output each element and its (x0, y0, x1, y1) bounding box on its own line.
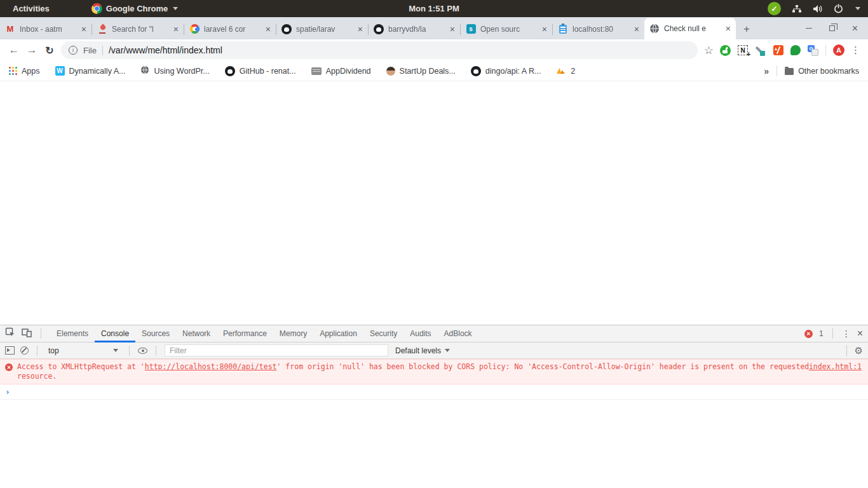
tab-security[interactable]: Security (363, 325, 403, 342)
tab-elements[interactable]: Elements (50, 325, 95, 342)
devtools-tab-bar: Elements Console Sources Network Perform… (0, 325, 868, 342)
tab-audits[interactable]: Audits (403, 325, 437, 342)
error-count-icon[interactable]: ✕ (804, 330, 813, 338)
tab-memory[interactable]: Memory (273, 325, 313, 342)
tab-console[interactable]: Console (95, 325, 135, 342)
green-extension-icon[interactable] (790, 45, 801, 55)
orange-extension-icon[interactable] (773, 45, 783, 55)
bookmark-star-icon[interactable]: ☆ (704, 44, 714, 57)
note-clipper-extension-icon[interactable]: N (738, 45, 748, 55)
tab-close-icon[interactable]: × (634, 25, 639, 34)
tab-separator (368, 24, 369, 35)
tab-sources[interactable]: Sources (135, 325, 176, 342)
network-icon[interactable] (792, 4, 802, 13)
devtools-close-icon[interactable]: × (857, 328, 863, 339)
url-text[interactable]: /var/www/me/html/index.html (109, 45, 222, 55)
colorpicker-extension-icon[interactable] (755, 44, 766, 56)
execution-context-selector[interactable]: top (46, 346, 121, 355)
restore-button[interactable] (829, 25, 835, 31)
divider (41, 329, 41, 339)
forward-button[interactable]: → (23, 44, 41, 57)
gmail-icon: M (5, 24, 15, 34)
desktop: Activities Google Chrome Mon 1:51 PM ✓ M… (0, 0, 868, 488)
console-sidebar-icon[interactable] (5, 346, 15, 355)
console-error-message: ✕ Access to XMLHttpRequest at 'http://lo… (0, 359, 868, 384)
activities-button[interactable]: Activities (10, 4, 52, 13)
bookmark-label: AppDividend (326, 67, 371, 76)
bookmark-apps[interactable]: Apps (9, 67, 40, 76)
bookmark-dingo-api[interactable]: dingo/api: A R... (471, 66, 541, 76)
bookmark-label: GitHub - renat... (240, 67, 296, 76)
minimize-button[interactable] (806, 28, 812, 29)
browser-tab-active[interactable]: Check null e × (644, 18, 736, 39)
browser-tab-localhost[interactable]: localhost:80 × (553, 18, 644, 39)
request-url-link[interactable]: http://localhost:8000/api/test (145, 362, 277, 371)
tab-network[interactable]: Network (176, 325, 217, 342)
gear-icon[interactable]: ⚙ (846, 345, 863, 356)
other-bookmarks-button[interactable]: Other bookmarks (785, 67, 859, 76)
other-bookmarks-label: Other bookmarks (798, 67, 859, 76)
thumbs-up-extension-icon[interactable] (720, 45, 731, 56)
tab-application[interactable]: Application (313, 325, 363, 342)
tab-close-icon[interactable]: × (542, 25, 547, 34)
tab-close-icon[interactable]: × (81, 25, 86, 34)
close-window-button[interactable]: × (852, 24, 858, 34)
tab-adblock[interactable]: AdBlock (438, 325, 478, 342)
translate-extension-icon[interactable] (808, 45, 818, 56)
tab-close-icon[interactable]: × (358, 25, 363, 34)
console-prompt[interactable]: › (0, 384, 868, 400)
device-toolbar-icon[interactable] (22, 328, 32, 340)
inspect-element-icon[interactable] (5, 327, 15, 340)
tab-close-icon[interactable]: × (726, 24, 731, 33)
bookmark-github-renat[interactable]: GitHub - renat... (225, 66, 296, 76)
chevron-down-icon[interactable] (855, 7, 860, 10)
log-levels-dropdown[interactable]: Default levels (395, 346, 450, 355)
bookmarks-overflow-button[interactable]: » (764, 66, 769, 76)
google-icon (190, 24, 200, 34)
bookmark-label: Dynamically A... (69, 67, 126, 76)
tab-title: Search for "l (112, 25, 169, 34)
chrome-menu-icon[interactable]: ⋮ (851, 44, 860, 56)
browser-tab-search[interactable]: Search for "l × (92, 18, 184, 39)
status-check-icon[interactable]: ✓ (768, 2, 781, 15)
live-expression-icon[interactable] (138, 348, 147, 354)
power-icon[interactable] (834, 4, 843, 13)
tab-separator (460, 24, 461, 35)
browser-tab-laravel[interactable]: laravel 6 cor × (184, 18, 276, 39)
divider (102, 46, 103, 55)
bookmark-startup-deals[interactable]: StartUp Deals... (386, 67, 456, 76)
volume-icon[interactable] (813, 4, 823, 13)
bookmark-dynamically[interactable]: W Dynamically A... (55, 66, 126, 76)
github-icon (225, 66, 235, 76)
divider (37, 346, 37, 356)
tab-close-icon[interactable]: × (450, 25, 455, 34)
reload-button[interactable]: ↻ (41, 44, 58, 57)
tab-performance[interactable]: Performance (217, 325, 273, 342)
bookmark-phpmyadmin[interactable]: 2 (556, 65, 575, 77)
devtools-menu-icon[interactable]: ⋮ (842, 329, 851, 339)
error-count: 1 (819, 329, 824, 338)
adblock-extension-icon[interactable]: A (833, 44, 844, 56)
address-bar[interactable]: i File /var/www/me/html/index.html (61, 41, 698, 59)
info-icon[interactable]: i (69, 46, 78, 55)
github-icon (281, 24, 292, 34)
clear-console-icon[interactable] (20, 346, 29, 355)
bookmark-wordpress[interactable]: Using WordPr... (140, 65, 209, 77)
bookmark-appdividend[interactable]: AppDividend (311, 67, 371, 76)
tab-close-icon[interactable]: × (173, 25, 179, 34)
browser-tab-spatie[interactable]: spatie/larav × (276, 18, 368, 39)
browser-tab-barryvdh[interactable]: barryvdh/la × (369, 18, 460, 39)
new-tab-button[interactable]: + (738, 21, 755, 37)
page-content (0, 81, 868, 325)
console-filter-input[interactable] (165, 344, 388, 356)
clock[interactable]: Mon 1:51 PM (409, 4, 459, 13)
console-toolbar: top Default levels ⚙ (0, 342, 868, 359)
tab-close-icon[interactable]: × (266, 25, 271, 34)
error-source-link[interactable]: index.html:1 (809, 362, 862, 372)
browser-tab-opensource[interactable]: s Open sourc × (461, 18, 552, 39)
tab-separator (92, 24, 92, 35)
back-button[interactable]: ← (5, 44, 23, 57)
github-icon (471, 66, 481, 76)
browser-tab-inbox[interactable]: M Inbox - aatm × (0, 18, 92, 39)
app-menu-button[interactable]: Google Chrome (92, 3, 179, 14)
